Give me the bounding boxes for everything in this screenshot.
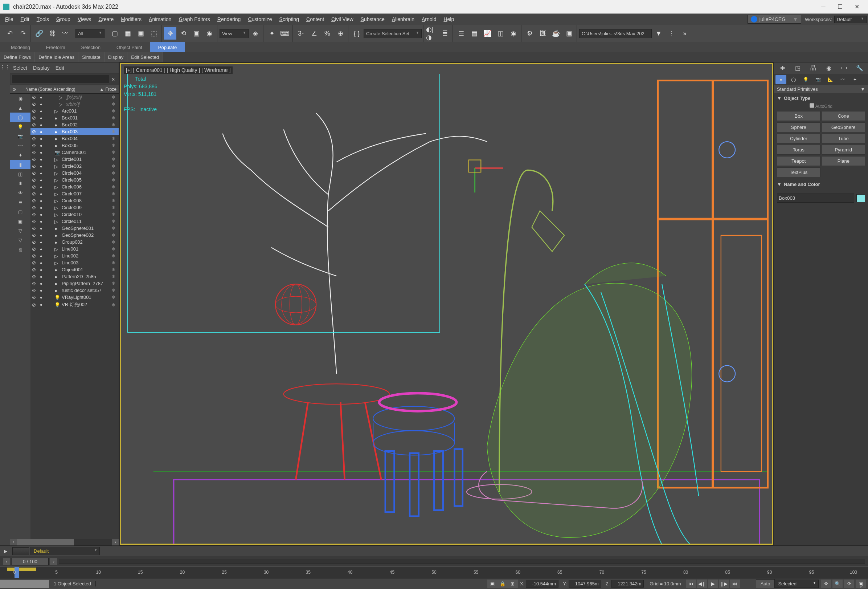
menu-civil-view[interactable]: Civil View — [328, 14, 357, 25]
ribbon-sub-display[interactable]: Display — [105, 52, 128, 62]
freeze-icon[interactable]: ● — [40, 281, 46, 286]
curve-editor-button[interactable]: 📈 — [481, 27, 493, 40]
scene-item-rustic-decor-set357[interactable]: ⊘●●rustic decor set357❄ — [31, 287, 119, 294]
freeze-icon[interactable]: ● — [40, 240, 46, 244]
scene-item-vraylight001[interactable]: ⊘●💡VRayLight001❄ — [31, 294, 119, 301]
time-track[interactable] — [59, 559, 865, 564]
filter-shapes[interactable]: ◯ — [10, 112, 31, 122]
file-path-more[interactable]: » — [679, 27, 691, 40]
percent-snap-button[interactable]: % — [321, 27, 334, 40]
scene-item-circle011[interactable]: ⊘●▷Circle011❄ — [31, 218, 119, 225]
goto-start[interactable]: ⏮ — [686, 580, 696, 588]
prim-box[interactable]: Box — [777, 111, 821, 121]
menu-customize[interactable]: Customize — [244, 14, 275, 25]
ribbon-tab-populate[interactable]: Populate — [150, 42, 185, 52]
select-region-button[interactable]: ▣ — [134, 27, 147, 40]
file-path[interactable]: C:\Users\julie...s\3ds Max 202 — [579, 29, 652, 38]
ribbon-sub-define-flows[interactable]: Define Flows — [0, 52, 35, 62]
unlink-button[interactable]: ⛓ — [46, 27, 58, 40]
viewport[interactable]: [+] [ Camera001 ] [ High Quality ] [ Wir… — [120, 63, 773, 545]
prim-cone[interactable]: Cone — [822, 111, 865, 121]
filter-group[interactable]: ▢ — [10, 207, 31, 216]
minimize-button[interactable]: ─ — [815, 0, 832, 13]
eye-icon[interactable]: ⊘ — [32, 198, 38, 203]
manipulate-button[interactable]: ✦ — [266, 27, 278, 40]
redo-button[interactable]: ↷ — [17, 27, 29, 40]
scene-item-circle007[interactable]: ⊘●▷Circle007❄ — [31, 190, 119, 197]
select-button[interactable]: ▢ — [108, 27, 121, 40]
filter-cameras[interactable]: 📷 — [10, 132, 31, 141]
layer-explorer-button[interactable]: ☰ — [455, 27, 467, 40]
freeze-icon[interactable]: ● — [40, 275, 46, 279]
nav-orbit[interactable]: ⟳ — [844, 580, 854, 588]
eye-icon[interactable]: ⊘ — [32, 246, 38, 252]
scene-item-group002[interactable]: ⊘●●Group002❄ — [31, 238, 119, 246]
scene-item-circle006[interactable]: ⊘●▷Circle006❄ — [31, 184, 119, 190]
create-tab[interactable]: ✚ — [778, 64, 787, 73]
filter-layer[interactable]: ≣ — [10, 198, 31, 207]
layer-dropdown[interactable]: Default — [31, 547, 100, 555]
freeze-icon[interactable]: ● — [40, 233, 46, 237]
se-select-menu[interactable]: Select — [13, 65, 27, 71]
menu-graph-editors[interactable]: Graph Editors — [175, 14, 213, 25]
eye-icon[interactable]: ⊘ — [32, 205, 38, 210]
eye-icon[interactable]: ⊘ — [32, 122, 38, 127]
scale-button[interactable]: ▣ — [190, 27, 202, 40]
layer-play-icon[interactable]: ▶ — [0, 546, 11, 556]
filter-hidden[interactable]: 👁 — [10, 188, 31, 198]
current-frame[interactable]: 0 / 100 — [12, 558, 49, 565]
scene-search-close[interactable]: ✕ — [109, 75, 117, 84]
eye-icon[interactable]: ⊘ — [32, 288, 38, 293]
filter-xref[interactable]: ▣ — [10, 216, 31, 226]
menu-rendering[interactable]: Rendering — [214, 14, 245, 25]
window-crossing-button[interactable]: ⬚ — [148, 27, 160, 40]
menu-animation[interactable]: Animation — [145, 14, 175, 25]
eye-icon[interactable]: ⊘ — [32, 143, 38, 148]
scene-item-camera001[interactable]: ⊘●📷Camera001❄ — [31, 149, 119, 156]
login-box[interactable]: julieP4CEG ▼ — [747, 15, 801, 24]
scroll-right[interactable]: › — [112, 539, 119, 545]
menu-modifiers[interactable]: Modifiers — [117, 14, 145, 25]
freeze-icon[interactable]: ● — [40, 247, 46, 251]
eye-icon[interactable]: ⊘ — [32, 260, 38, 265]
eye-icon[interactable]: ⊘ — [32, 108, 38, 114]
mirror-button[interactable]: ◐|◑ — [426, 27, 438, 40]
eye-icon[interactable]: ⊘ — [32, 302, 38, 308]
motion-tab[interactable]: ◉ — [824, 64, 834, 73]
freeze-icon[interactable]: ● — [40, 171, 46, 175]
snap-button[interactable]: 3⚬ — [295, 27, 307, 40]
auto-key-button[interactable]: Auto — [756, 579, 775, 588]
render-setup-button[interactable]: ⚙ — [524, 27, 536, 40]
menu-arnold[interactable]: Arnold — [418, 14, 440, 25]
scene-item-circle005[interactable]: ⊘●▷Circle005❄ — [31, 176, 119, 184]
shapes-category[interactable]: ◯ — [788, 75, 799, 84]
close-button[interactable]: ✕ — [849, 0, 865, 13]
file-path-menu[interactable]: ⋮ — [666, 27, 678, 40]
scene-item-circle008[interactable]: ⊘●▷Circle008❄ — [31, 197, 119, 204]
open-autodesk-button[interactable]: ▣ — [563, 27, 575, 40]
scene-item-circle009[interactable]: ⊘●▷Circle009❄ — [31, 204, 119, 211]
filter-container[interactable]: ◫ — [10, 169, 31, 179]
maximize-button[interactable]: ☐ — [832, 0, 849, 13]
freeze-icon[interactable]: ● — [40, 164, 46, 169]
freeze-icon[interactable]: ● — [40, 254, 46, 258]
freeze-icon[interactable]: ● — [40, 116, 46, 120]
freeze-icon[interactable]: ● — [40, 302, 46, 307]
helpers-category[interactable]: 📐 — [825, 75, 836, 84]
selection-filter[interactable]: All — [75, 29, 105, 38]
filter-more2[interactable]: ▽ — [10, 235, 31, 245]
freeze-icon[interactable]: ● — [40, 123, 46, 127]
scene-item-pipingpattern-2787[interactable]: ⊘●●PipingPattern_2787❄ — [31, 280, 119, 287]
create-selection-set[interactable]: Create Selection Set — [364, 29, 422, 38]
nav-zoom[interactable]: 🔍 — [833, 580, 843, 588]
menu-create[interactable]: Create — [95, 14, 117, 25]
eye-icon[interactable]: ⊘ — [32, 267, 38, 272]
freeze-icon[interactable]: ● — [40, 95, 46, 99]
scene-item-box002[interactable]: ⊘●●Box002❄ — [31, 121, 119, 128]
lights-category[interactable]: 💡 — [800, 75, 811, 84]
cameras-category[interactable]: 📷 — [812, 75, 823, 84]
frame-prev[interactable]: ‹ — [3, 558, 10, 565]
dock-handle[interactable]: ⋮⋮ — [0, 62, 10, 72]
utilities-tab[interactable]: 🔧 — [855, 64, 864, 73]
eye-icon[interactable]: ⊘ — [32, 232, 38, 238]
